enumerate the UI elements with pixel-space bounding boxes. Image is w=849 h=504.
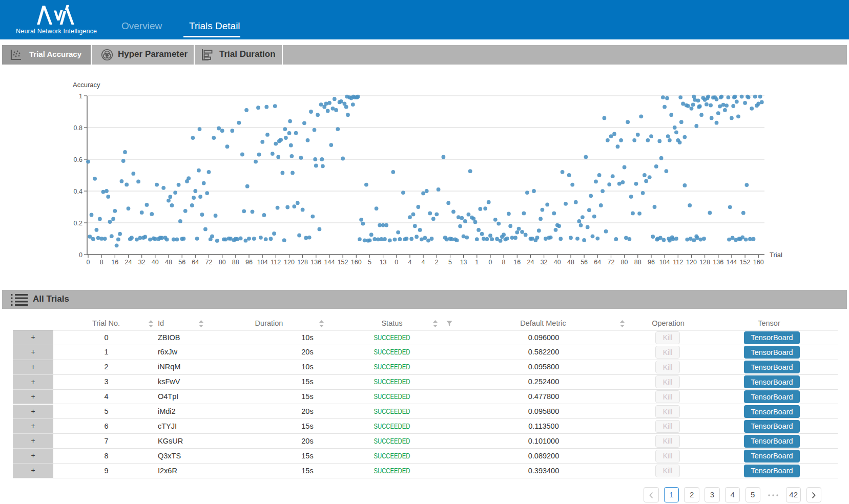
svg-text:48: 48 — [567, 259, 574, 266]
svg-text:152: 152 — [338, 259, 348, 266]
svg-text:Accuracy: Accuracy — [73, 81, 100, 89]
svg-text:96: 96 — [648, 259, 655, 266]
svg-text:72: 72 — [608, 259, 615, 266]
svg-text:32: 32 — [138, 259, 146, 266]
svg-text:4: 4 — [408, 259, 412, 266]
svg-text:88: 88 — [232, 259, 239, 266]
svg-text:0.4: 0.4 — [74, 188, 82, 195]
svg-text:24: 24 — [527, 259, 534, 266]
svg-text:48: 48 — [165, 259, 172, 266]
svg-text:120: 120 — [284, 259, 295, 266]
svg-text:80: 80 — [219, 259, 226, 266]
svg-text:144: 144 — [324, 259, 335, 266]
svg-text:8: 8 — [502, 259, 506, 266]
svg-text:40: 40 — [554, 259, 561, 266]
svg-text:80: 80 — [621, 259, 628, 266]
svg-text:112: 112 — [673, 259, 683, 266]
svg-text:13: 13 — [380, 259, 387, 266]
svg-text:4: 4 — [422, 259, 425, 266]
svg-text:88: 88 — [634, 259, 641, 266]
svg-text:152: 152 — [740, 259, 751, 266]
svg-text:1: 1 — [79, 93, 82, 100]
svg-text:2: 2 — [435, 259, 439, 266]
svg-text:64: 64 — [594, 259, 601, 266]
svg-text:136: 136 — [713, 259, 723, 266]
svg-text:0: 0 — [489, 259, 492, 266]
svg-text:120: 120 — [686, 259, 697, 266]
svg-text:136: 136 — [310, 259, 321, 266]
svg-text:128: 128 — [699, 259, 710, 266]
svg-text:160: 160 — [351, 259, 362, 266]
svg-text:0: 0 — [395, 259, 398, 266]
svg-text:56: 56 — [178, 259, 185, 266]
svg-text:112: 112 — [271, 259, 281, 266]
svg-text:32: 32 — [541, 259, 548, 266]
svg-text:40: 40 — [152, 259, 159, 266]
svg-text:5: 5 — [368, 259, 371, 266]
svg-text:144: 144 — [726, 259, 737, 266]
svg-text:13: 13 — [460, 259, 467, 266]
svg-text:0: 0 — [79, 251, 82, 259]
svg-text:16: 16 — [513, 259, 521, 266]
svg-text:104: 104 — [659, 259, 670, 266]
svg-text:24: 24 — [125, 259, 132, 266]
svg-text:56: 56 — [581, 259, 588, 266]
svg-text:1: 1 — [475, 259, 479, 266]
svg-text:Trial: Trial — [770, 251, 782, 259]
svg-text:5: 5 — [448, 259, 452, 266]
svg-text:128: 128 — [297, 259, 308, 266]
svg-text:0: 0 — [87, 259, 90, 266]
svg-text:8: 8 — [100, 259, 103, 266]
svg-text:160: 160 — [753, 259, 764, 266]
svg-text:72: 72 — [205, 259, 213, 266]
svg-text:0.6: 0.6 — [74, 156, 82, 163]
svg-text:16: 16 — [111, 259, 118, 266]
svg-text:0.8: 0.8 — [74, 124, 82, 132]
svg-text:104: 104 — [257, 259, 268, 266]
svg-text:96: 96 — [245, 259, 253, 266]
svg-text:0.2: 0.2 — [74, 220, 82, 227]
svg-text:64: 64 — [192, 259, 199, 266]
